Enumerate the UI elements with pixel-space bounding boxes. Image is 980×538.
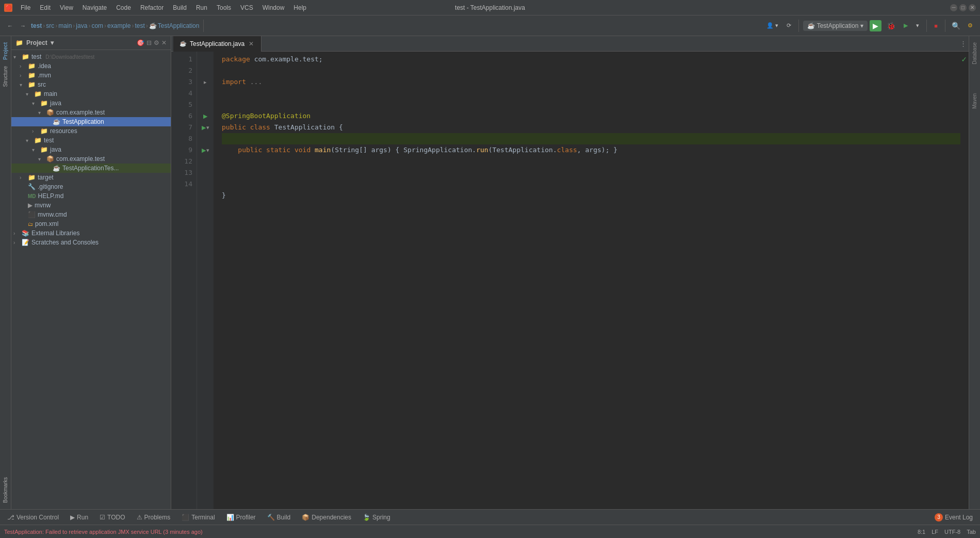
project-locate-button[interactable]: 🎯 xyxy=(137,39,144,46)
structure-strip-btn[interactable]: Structure xyxy=(2,64,9,89)
status-line-sep[interactable]: LF xyxy=(932,529,938,535)
run-configuration[interactable]: ☕ TestApplication ▾ xyxy=(803,21,868,31)
settings-button[interactable]: ⚙ xyxy=(965,20,976,31)
tab-profiler[interactable]: 📊 Profiler xyxy=(221,512,261,523)
run-button[interactable]: ▶ xyxy=(870,20,881,31)
tree-item-java[interactable]: ▾ 📁 java xyxy=(11,99,171,108)
tab-testapplication[interactable]: ☕ TestApplication.java ✕ xyxy=(173,36,262,52)
tree-item-idea[interactable]: › 📁 .idea xyxy=(11,61,171,71)
project-close-button[interactable]: ✕ xyxy=(161,39,167,46)
tab-todo[interactable]: ☑ TODO xyxy=(94,512,130,523)
breadcrumb-src[interactable]: src xyxy=(46,22,54,29)
tree-item-package[interactable]: ▾ 📦 com.example.test xyxy=(11,108,171,117)
maven-strip-btn[interactable]: Maven xyxy=(971,91,978,111)
tree-item-main[interactable]: ▾ 📁 main xyxy=(11,89,171,99)
tree-item-testapplicationtest[interactable]: ☕ TestApplicationTes... xyxy=(11,164,171,173)
tree-item-java-test[interactable]: ▾ 📁 java xyxy=(11,145,171,154)
breadcrumb-class[interactable]: TestApplication xyxy=(158,22,200,29)
minimize-button[interactable]: ─ xyxy=(950,4,957,11)
tab-problems[interactable]: ⚠ Problems xyxy=(132,512,176,523)
menu-view[interactable]: View xyxy=(56,3,77,12)
status-indent[interactable]: Tab xyxy=(967,529,976,535)
breadcrumb-example[interactable]: example xyxy=(107,22,130,29)
tab-terminal[interactable]: ⬛ Terminal xyxy=(176,512,220,523)
tree-item-package-test[interactable]: ▾ 📦 com.example.test xyxy=(11,154,171,164)
menu-refactor[interactable]: Refactor xyxy=(136,3,168,12)
fold-icon-9[interactable]: ▾ xyxy=(206,147,209,154)
debug-button[interactable]: 🐞 xyxy=(884,20,899,31)
tab-dependencies[interactable]: 📦 Dependencies xyxy=(297,512,356,523)
breadcrumb-com[interactable]: com xyxy=(91,22,103,29)
status-encoding[interactable]: UTF-8 xyxy=(944,529,960,535)
coverage-button[interactable]: ▶ xyxy=(901,20,911,31)
code-line-14 xyxy=(222,201,960,213)
tab-spring[interactable]: 🍃 Spring xyxy=(357,512,396,523)
project-gear-button[interactable]: ⚙ xyxy=(154,39,159,46)
search-button[interactable]: 🔍 xyxy=(950,20,962,32)
tab-label: TestApplication.java xyxy=(190,40,244,47)
update-button[interactable]: ⟳ xyxy=(783,20,794,31)
breadcrumb-main[interactable]: main xyxy=(58,22,72,29)
tab-close-button[interactable]: ✕ xyxy=(248,40,255,47)
profile-button[interactable]: 👤 ▾ xyxy=(763,20,781,31)
annotation-springboot: @SpringBootApplication xyxy=(222,110,311,122)
tree-item-target[interactable]: › 📁 target xyxy=(11,173,171,182)
project-strip-btn[interactable]: Project xyxy=(2,40,9,62)
maximize-button[interactable]: □ xyxy=(959,4,967,11)
breadcrumb-test[interactable]: test xyxy=(31,22,42,29)
close-button[interactable]: ✕ xyxy=(969,4,976,11)
line-num-5: 5 xyxy=(171,99,192,110)
run-icon-7[interactable]: ▶ xyxy=(202,124,206,131)
tree-item-mvnw[interactable]: ▶ mvnw xyxy=(11,201,171,210)
tree-item-resources[interactable]: › 📁 resources xyxy=(11,126,171,136)
menu-vcs[interactable]: VCS xyxy=(236,3,257,12)
database-strip-btn[interactable]: Database xyxy=(971,40,978,67)
status-position[interactable]: 8:1 xyxy=(918,529,925,535)
back-button[interactable]: ← xyxy=(4,21,16,31)
menu-build[interactable]: Build xyxy=(169,3,191,12)
menu-edit[interactable]: Edit xyxy=(36,3,55,12)
folder-icon: 📁 xyxy=(40,100,48,107)
menu-run[interactable]: Run xyxy=(192,3,211,12)
tab-event-log[interactable]: 3 Event Log xyxy=(929,511,978,524)
line-icon-row-13 xyxy=(197,190,214,201)
tree-item-gitignore[interactable]: 🔧 .gitignore xyxy=(11,182,171,191)
fold-icon-7[interactable]: ▾ xyxy=(206,124,209,131)
tab-run[interactable]: ▶ Run xyxy=(65,512,93,523)
tree-item-testapplication[interactable]: ☕ TestApplication xyxy=(11,117,171,126)
menu-file[interactable]: File xyxy=(17,3,35,12)
line-num-4: 4 xyxy=(171,88,192,99)
tree-item-test-root[interactable]: ▾ 📁 test D:\Download\test\test xyxy=(11,52,171,61)
run-icon-6[interactable]: ▶ xyxy=(203,113,207,120)
tab-more-button[interactable]: ⋮ xyxy=(960,40,967,47)
package-icon: 📦 xyxy=(46,109,54,116)
breadcrumb-java[interactable]: java xyxy=(76,22,87,29)
tree-item-helpmd[interactable]: MD HELP.md xyxy=(11,191,171,201)
bookmarks-strip-btn[interactable]: Bookmarks xyxy=(2,475,9,505)
line-icon-row-4 xyxy=(197,88,214,99)
tree-item-test-src[interactable]: ▾ 📁 test xyxy=(11,136,171,145)
tab-build[interactable]: 🔨 Build xyxy=(262,512,296,523)
more-run-button[interactable]: ▾ xyxy=(913,20,922,31)
run-icon-9[interactable]: ▶ xyxy=(202,147,206,154)
breadcrumb-test2[interactable]: test xyxy=(135,22,144,29)
tree-item-scratches[interactable]: › 📝 Scratches and Consoles xyxy=(11,238,171,247)
status-bar-right: 8:1 LF UTF-8 Tab xyxy=(918,529,976,535)
menu-navigate[interactable]: Navigate xyxy=(78,3,111,12)
project-collapse-button[interactable]: ⊟ xyxy=(146,39,152,46)
stop-button[interactable]: ■ xyxy=(931,21,941,31)
menu-help[interactable]: Help xyxy=(289,3,311,12)
tab-version-control[interactable]: ⎇ Version Control xyxy=(2,512,64,523)
tree-item-src[interactable]: ▾ 📁 src xyxy=(11,80,171,89)
menu-window[interactable]: Window xyxy=(258,3,289,12)
project-dropdown-icon[interactable]: ▾ xyxy=(51,39,54,46)
fold-icon-3[interactable]: ▸ xyxy=(204,79,207,86)
tree-item-mvn[interactable]: › 📁 .mvn xyxy=(11,71,171,80)
tree-item-mvnwcmd[interactable]: ⬛ mvnw.cmd xyxy=(11,210,171,219)
menu-tools[interactable]: Tools xyxy=(213,3,235,12)
menu-code[interactable]: Code xyxy=(112,3,135,12)
tree-item-externlibs[interactable]: › 📚 External Libraries xyxy=(11,229,171,238)
tree-item-pomxml[interactable]: 🗂 pom.xml xyxy=(11,219,171,229)
code-area[interactable]: package com.example.test; import ... @Sp… xyxy=(214,52,969,509)
forward-button[interactable]: → xyxy=(17,21,29,31)
